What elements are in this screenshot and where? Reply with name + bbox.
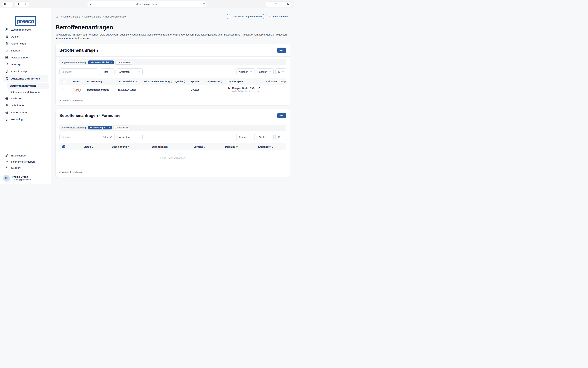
reset-button[interactable]: Zurücksetzen [114,126,131,130]
sidebar-item-zusammenarbeit[interactable]: Zusammenarbeit [0,26,51,33]
chevron-down-icon[interactable] [10,3,12,5]
panel-left-icon[interactable] [4,2,8,6]
building-icon [227,87,231,90]
new-tab-icon[interactable] [280,2,283,6]
applied-sorting-bar: Angewendete Sortierung: Bezeichnung: A-Z… [59,125,286,131]
column-header-letzte-aktivitaet[interactable]: Letzte Aktivität [118,80,144,83]
divider [56,122,290,122]
sidebar-item-datenschutzverletzungen[interactable]: Datenschutzverletzungen [0,89,51,95]
sidebar-item-websites[interactable]: Websites [0,95,51,102]
preeco-logo[interactable]: preeco [15,16,36,26]
column-header-bezeichnung[interactable]: Bezeichnung [112,146,152,148]
actions-dropdown[interactable]: Aktionen [236,68,255,75]
column-label: Aufgaben [266,80,277,83]
home-icon[interactable] [56,15,59,18]
refresh-icon[interactable] [202,3,205,5]
breadcrumb-item-demo-mandant-2[interactable]: Demo Mandant [84,15,101,18]
column-header-frist[interactable]: Frist zur Beantwortung [144,80,175,83]
sidebar-item-ki-verordnung[interactable]: KI-Verordnung [0,109,51,116]
columns-dropdown[interactable]: Spalten [257,134,274,140]
address-bar[interactable]: demo-app.preeco.de [87,1,207,7]
funnel-icon [109,136,112,138]
page-size-dropdown[interactable]: 10 [275,68,286,75]
column-label: Domains [225,146,235,148]
sidebar-item-support[interactable]: Support [0,165,51,171]
new-button[interactable]: Neu [277,47,286,53]
row-checkbox[interactable] [62,88,65,91]
scales-icon [5,160,9,164]
search-input[interactable] [59,68,98,75]
table-row[interactable]: Neu Betroffenenanfrage 19.02.2026 15:30 … [59,85,286,94]
breadcrumb-item-demo-mandant-1[interactable]: Demo Mandant [63,15,80,18]
tabs-icon[interactable] [286,2,289,6]
sidebar-item-risiken[interactable]: Risiken [0,47,51,54]
reset-button[interactable]: Zurücksetzen [115,60,132,64]
sidebar-item-label: Zusammenarbeit [11,28,31,31]
user-menu[interactable]: PU Philipp Urban p.urban@preeco.de [0,173,51,184]
column-header-sprache[interactable]: Sprache [194,146,225,148]
column-header-domains[interactable]: Domains [225,146,258,148]
back-icon[interactable] [17,2,20,5]
sidebar-item-einstellungen[interactable]: Einstellungen [0,153,51,159]
shield-check-icon [5,77,9,81]
column-label: Sprache [194,146,203,148]
column-header-zugehoerigkeit: Zugehörigkeit [227,80,261,83]
logo-text: preeco [17,18,34,24]
demo-mandant-button[interactable]: Demo Mandant [266,14,290,19]
sidebar-item-rechtliche-angaben[interactable]: Rechtliche Angaben [0,159,51,165]
columns-label: Spalten [259,136,267,138]
column-label: Letzte Aktivität [118,80,135,83]
sidebar-item-betroffenenanfragen[interactable]: Betroffenenanfragen [7,83,49,89]
forward-icon[interactable] [24,2,27,5]
breadcrumb-item-betroffenenanfragen[interactable]: Betroffenenanfragen [105,15,127,18]
column-header-quelle[interactable]: Quelle [175,80,191,83]
page-size-dropdown[interactable]: 10 [275,134,286,140]
sidebar-item-sicherheiten[interactable]: Sicherheiten [0,40,51,47]
column-header-status[interactable]: Status [84,146,112,148]
column-header-sprache[interactable]: Sprache [191,80,206,83]
views-dropdown[interactable]: Ansichten [116,134,143,140]
row-bezeichnung-link[interactable]: Betroffenenanfrage [87,88,109,91]
sidebar-item-vertraege[interactable]: Verträge [0,61,51,68]
remove-sort-icon[interactable]: × [111,61,112,64]
sidebar-item-verarbeitungen[interactable]: Verarbeitungen [0,54,51,61]
share-icon[interactable] [274,2,278,6]
sort-both-icon [201,80,203,83]
select-all-checkbox[interactable] [62,145,65,148]
select-all-checkbox[interactable] [62,80,65,83]
sort-chip[interactable]: Letzte Aktivität: Z-A × [88,61,114,64]
breadcrumb-separator: > [102,15,104,18]
actions-dropdown[interactable]: Aktionen [236,134,255,140]
download-icon[interactable] [268,2,271,6]
row-sprache: Deutsch [191,88,206,91]
columns-label: Spalten [259,71,267,73]
column-header-bezeichnung[interactable]: Bezeichnung [87,80,118,83]
all-organisations-button[interactable]: Alle meine Organisationen [227,14,264,19]
remove-sort-icon[interactable]: × [109,126,110,129]
search-input[interactable] [59,134,98,140]
sidebar-item-loeschkonzept[interactable]: Löschkonzept [0,68,51,75]
sidebar-nav: Zusammenarbeit Audits Sicherheiten Risik… [0,26,51,123]
column-header-zugewiesen[interactable]: Zugewiesen [206,80,227,83]
sidebar-item-audits[interactable]: Audits [0,33,51,40]
reader-icon[interactable] [89,3,92,6]
new-button[interactable]: Neu [277,113,286,119]
sort-chip[interactable]: Bezeichnung: A-Z × [88,126,112,129]
filter-button[interactable]: Filter [100,134,115,140]
history-nav-group [15,1,29,7]
columns-dropdown[interactable]: Spalten [257,68,274,75]
sidebar-item-reporting[interactable]: Reporting [0,116,51,123]
chevron-down-icon [269,136,271,138]
sidebar-item-schulungen[interactable]: Schulungen [0,102,51,109]
views-dropdown[interactable]: Ansichten [116,68,143,75]
sort-both-icon [171,80,172,83]
button-label: Alle meine Organisationen [233,15,262,18]
filter-button[interactable]: Filter [100,68,115,75]
organisation-link[interactable]: Beispiel GmbH & Co. KG [232,87,260,90]
status-badge: Neu [73,88,81,92]
user-name: Philipp Urban [12,175,31,178]
column-header-empfaenger[interactable]: Empfänger [258,146,286,148]
main-content: > Demo Mandant > Demo Mandant > Betroffe… [51,8,294,184]
sidebar-item-auskuenfte-und-vorfaelle[interactable]: Auskünfte und Vorfälle [3,75,48,83]
column-header-status[interactable]: Status [73,80,87,83]
